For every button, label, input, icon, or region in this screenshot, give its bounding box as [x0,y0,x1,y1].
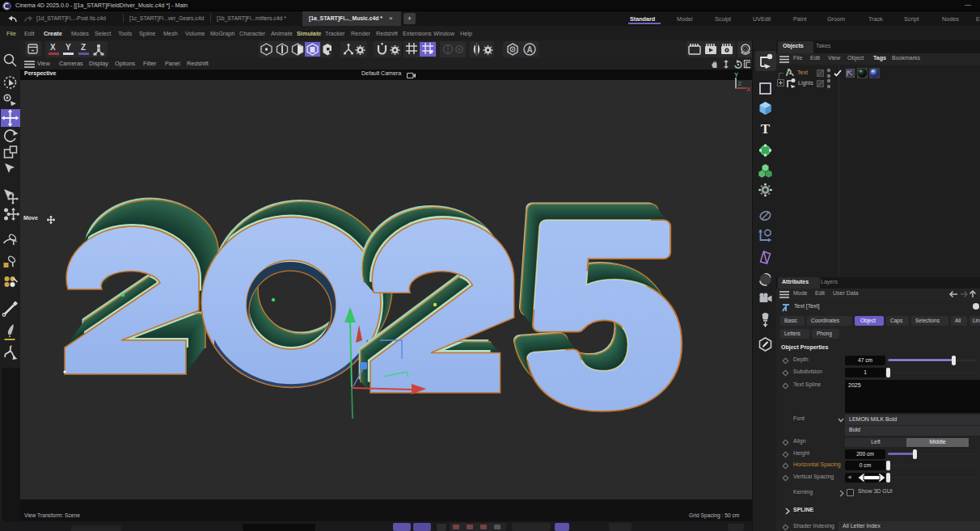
svg-text:T: T [761,121,771,137]
svg-text:X: X [746,86,751,93]
svg-text:Z: Z [738,80,742,87]
svg-text:Y: Y [734,71,739,78]
svg-text:A: A [526,45,532,54]
